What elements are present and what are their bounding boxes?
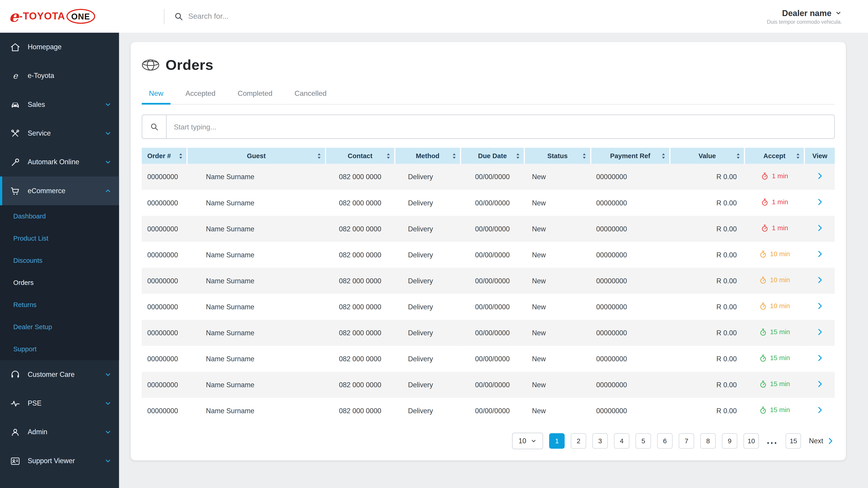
col-header-accept[interactable]: Accept — [745, 148, 804, 164]
tab-accepted[interactable]: Accepted — [178, 85, 223, 105]
page-button-3[interactable]: 3 — [592, 433, 608, 449]
accept-countdown: 15 min — [759, 328, 790, 336]
sidebar-item-homepage[interactable]: Homepage — [0, 33, 119, 61]
view-order-button[interactable] — [815, 197, 824, 206]
page-buttons: 12345678910...15 — [549, 433, 801, 449]
sidebar-item-sales[interactable]: Sales — [0, 90, 119, 119]
col-header-label: Contact — [348, 152, 372, 160]
view-order-button[interactable] — [815, 250, 824, 258]
sidebar-item-ecommerce[interactable]: eCommerce — [0, 176, 119, 205]
sidebar-item-customer-care[interactable]: Customer Care — [0, 360, 119, 389]
view-order-button[interactable] — [815, 171, 824, 180]
view-cell — [804, 398, 835, 424]
sidebar-item-product-list[interactable]: Product List — [0, 228, 119, 250]
due-date: 00/00/0000 — [461, 320, 524, 346]
cart-icon — [10, 186, 21, 196]
page-button-9[interactable]: 9 — [722, 433, 738, 449]
page-button-8[interactable]: 8 — [700, 433, 716, 449]
table-filter-input[interactable] — [166, 115, 834, 138]
due-date: 00/00/0000 — [461, 268, 524, 294]
chevron-down-icon — [104, 457, 112, 465]
order-value: R 0.00 — [670, 242, 745, 268]
col-header-payment-ref[interactable]: Payment Ref — [591, 148, 670, 164]
due-date: 00/00/0000 — [461, 346, 524, 372]
view-order-button[interactable] — [815, 223, 824, 232]
home-icon — [10, 42, 21, 53]
order-row: 00000000Name Surname082 000 0000Delivery… — [142, 294, 835, 320]
order-row: 00000000Name Surname082 000 0000Delivery… — [142, 346, 835, 372]
sidebar-item-e-toyota[interactable]: ee-Toyota — [0, 61, 119, 90]
guest-name: Name Surname — [187, 268, 326, 294]
view-order-button[interactable] — [815, 302, 824, 311]
page-size-select[interactable]: 10 — [512, 433, 543, 449]
col-header-label: Value — [699, 152, 716, 160]
chevron-down-icon — [104, 101, 112, 108]
sidebar-item-returns[interactable]: Returns — [0, 294, 119, 316]
chevron-down-icon — [104, 129, 112, 137]
accept-cell: 15 min — [745, 346, 804, 372]
sidebar-item-dealer-setup[interactable]: Dealer Setup — [0, 316, 119, 338]
order-value: R 0.00 — [670, 268, 745, 294]
tools-icon — [10, 128, 21, 139]
sidebar-item-dashboard[interactable]: Dashboard — [0, 205, 119, 228]
accept-cell: 10 min — [745, 294, 804, 320]
col-header-guest[interactable]: Guest — [187, 148, 326, 164]
view-order-button[interactable] — [815, 354, 824, 362]
contact-number: 082 000 0000 — [326, 372, 395, 398]
page-button-6[interactable]: 6 — [657, 433, 673, 449]
sort-icon — [386, 152, 391, 159]
sidebar-item-orders[interactable]: Orders — [0, 271, 119, 294]
tab-completed[interactable]: Completed — [230, 85, 280, 105]
chevron-right-icon — [826, 436, 835, 445]
col-header-value[interactable]: Value — [670, 148, 745, 164]
page-button-5[interactable]: 5 — [636, 433, 651, 449]
accept-countdown: 10 min — [759, 302, 790, 310]
dealer-menu[interactable]: Dealer name Duis tempor commodo vehicula… — [767, 8, 842, 25]
tab-cancelled[interactable]: Cancelled — [287, 85, 334, 105]
delivery-method: Delivery — [395, 372, 460, 398]
page-button-15[interactable]: 15 — [786, 433, 801, 449]
col-header-contact[interactable]: Contact — [326, 148, 395, 164]
payment-ref: 00000000 — [591, 320, 670, 346]
tab-new[interactable]: New — [142, 85, 170, 105]
col-header-due-date[interactable]: Due Date — [461, 148, 524, 164]
sidebar-item-label: e-Toyota — [28, 72, 54, 79]
dealer-menu-toggle: Dealer name — [782, 8, 842, 18]
sidebar-item-label: Automark Online — [28, 158, 79, 166]
sort-icon — [515, 152, 520, 159]
col-header-method[interactable]: Method — [395, 148, 460, 164]
view-order-button[interactable] — [815, 380, 824, 388]
sidebar-item-pse[interactable]: PSE — [0, 389, 119, 418]
payment-ref: 00000000 — [591, 242, 670, 268]
global-search-input[interactable] — [188, 12, 421, 21]
page-button-7[interactable]: 7 — [679, 433, 694, 449]
sidebar-item-service[interactable]: Service — [0, 119, 119, 148]
page-button-4[interactable]: 4 — [614, 433, 629, 449]
sort-icon — [661, 152, 666, 159]
next-page-button[interactable]: Next — [809, 436, 835, 445]
sidebar-submenu: DashboardProduct ListDiscountsOrdersRetu… — [0, 205, 119, 360]
view-order-button[interactable] — [815, 275, 824, 285]
page-button-1[interactable]: 1 — [549, 433, 565, 449]
stopwatch-icon — [759, 406, 767, 414]
view-order-button[interactable] — [815, 405, 824, 414]
sidebar-item-support-viewer[interactable]: Support Viewer — [0, 447, 119, 475]
sidebar-item-label: Service — [28, 129, 51, 137]
sidebar-item-admin[interactable]: Admin — [0, 418, 119, 447]
sidebar-item-discounts[interactable]: Discounts — [0, 250, 119, 271]
view-cell — [804, 268, 835, 294]
sidebar-item-automark-online[interactable]: Automark Online — [0, 148, 119, 176]
order-number: 00000000 — [142, 164, 187, 190]
col-header-order[interactable]: Order # — [142, 148, 187, 164]
page-button-2[interactable]: 2 — [571, 433, 586, 449]
pagination-ellipsis[interactable]: ... — [767, 438, 778, 444]
chevron-down-icon — [835, 9, 842, 16]
search-icon — [174, 11, 183, 21]
order-number: 00000000 — [142, 190, 187, 216]
sidebar-item-support[interactable]: Support — [0, 338, 119, 360]
view-order-button[interactable] — [815, 328, 824, 336]
page-button-10[interactable]: 10 — [743, 433, 759, 449]
payment-ref: 00000000 — [591, 216, 670, 242]
col-header-status[interactable]: Status — [524, 148, 591, 164]
delivery-method: Delivery — [395, 320, 460, 346]
